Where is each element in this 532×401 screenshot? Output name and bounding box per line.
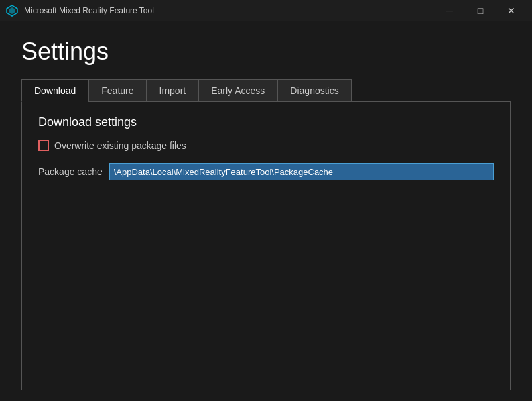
package-cache-row: Package cache [38, 163, 494, 180]
overwrite-label: Overwrite existing package files [54, 140, 186, 151]
overwrite-checkbox[interactable] [38, 140, 49, 151]
app-icon [5, 4, 19, 17]
tabs-header: Download Feature Import Early Access Dia… [21, 79, 511, 101]
package-cache-label: Package cache [38, 166, 103, 177]
package-cache-input[interactable] [109, 163, 494, 180]
main-content: Settings Download Feature Import Early A… [0, 21, 532, 401]
minimize-button[interactable]: ─ [434, 0, 465, 21]
tab-import[interactable]: Import [147, 79, 199, 101]
title-bar: Microsoft Mixed Reality Feature Tool ─ □… [0, 0, 532, 21]
tab-download[interactable]: Download [21, 79, 88, 102]
tab-diagnostics[interactable]: Diagnostics [277, 79, 351, 101]
page-title: Settings [21, 38, 511, 66]
tab-feature[interactable]: Feature [88, 79, 146, 101]
window-title: Microsoft Mixed Reality Feature Tool [24, 6, 434, 15]
tab-early-access[interactable]: Early Access [198, 79, 277, 101]
overwrite-row: Overwrite existing package files [38, 140, 494, 151]
section-title: Download settings [38, 115, 494, 129]
tabs-container: Download Feature Import Early Access Dia… [21, 79, 511, 390]
tab-panel-download: Download settings Overwrite existing pac… [21, 101, 511, 390]
svg-marker-1 [9, 7, 15, 14]
window-controls: ─ □ ✕ [434, 0, 527, 21]
close-button[interactable]: ✕ [496, 0, 527, 21]
maximize-button[interactable]: □ [465, 0, 496, 21]
